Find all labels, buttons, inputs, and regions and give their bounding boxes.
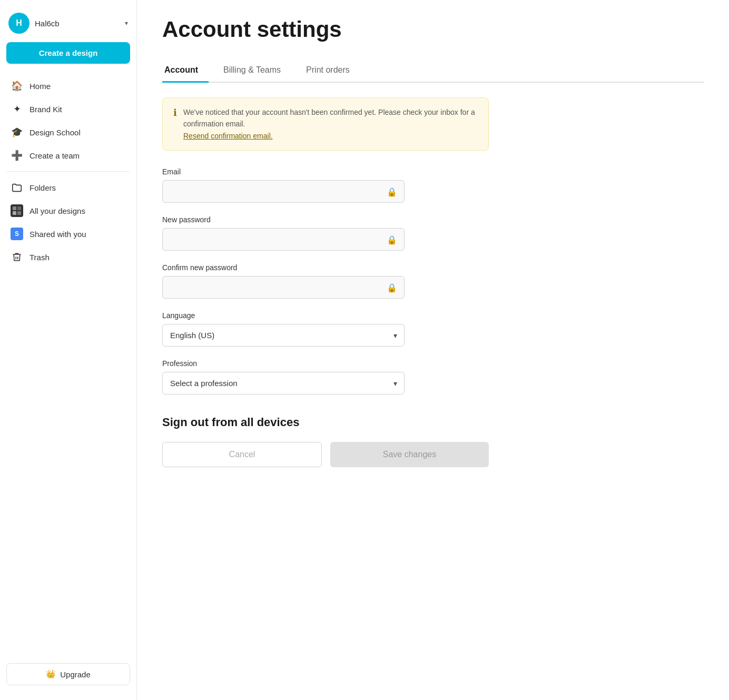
email-label: Email <box>162 167 405 176</box>
page-title: Account settings <box>162 17 704 42</box>
create-design-button[interactable]: Create a design <box>6 42 130 64</box>
svg-rect-3 <box>17 211 21 215</box>
action-buttons: Cancel Save changes <box>162 442 489 467</box>
folders-icon <box>11 181 23 194</box>
sidebar-item-label: Create a team <box>29 151 80 160</box>
svg-rect-1 <box>17 206 21 210</box>
profession-select-wrapper: Select a profession Designer Marketer St… <box>162 372 405 395</box>
sidebar-item-all-designs[interactable]: All your designs <box>4 199 132 222</box>
confirm-password-input-wrapper: 🔒 <box>162 276 405 299</box>
sidebar-item-label: Design School <box>29 128 81 137</box>
confirm-password-label: Confirm new password <box>162 263 405 272</box>
tab-account[interactable]: Account <box>162 59 209 83</box>
language-select-wrapper: English (US) English (UK) French German … <box>162 324 405 347</box>
confirm-password-input[interactable] <box>162 276 405 299</box>
tab-print[interactable]: Print orders <box>304 59 360 83</box>
profession-select[interactable]: Select a profession Designer Marketer St… <box>162 372 405 395</box>
upgrade-button[interactable]: 👑 Upgrade <box>6 663 130 685</box>
lock-icon-confirm: 🔒 <box>387 282 397 292</box>
shared-icon: S <box>11 228 23 240</box>
sidebar-item-label: All your designs <box>29 206 85 215</box>
alert-text: We've noticed that your account hasn't b… <box>183 106 478 142</box>
language-label: Language <box>162 311 405 320</box>
trash-icon <box>11 251 23 263</box>
upgrade-icon: 👑 <box>46 669 56 679</box>
brand-kit-icon: ✦ <box>11 103 23 115</box>
profession-group: Profession Select a profession Designer … <box>162 359 405 395</box>
cancel-button[interactable]: Cancel <box>162 442 322 467</box>
email-group: Email 🔒 <box>162 167 405 203</box>
new-password-input[interactable] <box>162 228 405 251</box>
create-team-icon: ➕ <box>11 149 23 162</box>
design-school-icon: 🎓 <box>11 126 23 139</box>
sidebar-item-brand-kit[interactable]: ✦ Brand Kit <box>4 97 132 121</box>
sidebar-item-label: Home <box>29 82 51 91</box>
info-icon: ℹ <box>173 107 177 142</box>
tab-billing[interactable]: Billing & Teams <box>221 59 291 83</box>
all-designs-icon <box>11 204 23 217</box>
new-password-label: New password <box>162 215 405 224</box>
confirm-password-group: Confirm new password 🔒 <box>162 263 405 299</box>
new-password-input-wrapper: 🔒 <box>162 228 405 251</box>
tabs: Account Billing & Teams Print orders <box>162 59 704 83</box>
primary-nav: 🏠 Home ✦ Brand Kit 🎓 Design School ➕ Cre… <box>0 74 136 167</box>
account-form: Email 🔒 New password 🔒 Confirm new passw… <box>162 167 405 395</box>
sidebar-item-home[interactable]: 🏠 Home <box>4 74 132 97</box>
user-menu[interactable]: H Hal6cb ▾ <box>0 8 136 42</box>
svg-rect-2 <box>13 211 16 215</box>
email-input[interactable] <box>162 180 405 203</box>
new-password-group: New password 🔒 <box>162 215 405 251</box>
sign-out-title: Sign out from all devices <box>162 416 489 429</box>
sidebar-item-folders[interactable]: Folders <box>4 176 132 199</box>
sign-out-section: Sign out from all devices Cancel Save ch… <box>162 416 489 467</box>
upgrade-label: Upgrade <box>60 670 91 679</box>
sidebar-item-trash[interactable]: Trash <box>4 245 132 269</box>
home-icon: 🏠 <box>11 80 23 92</box>
profession-label: Profession <box>162 359 405 368</box>
sidebar-item-design-school[interactable]: 🎓 Design School <box>4 121 132 144</box>
lock-icon: 🔒 <box>387 186 397 196</box>
sidebar-item-create-team[interactable]: ➕ Create a team <box>4 144 132 167</box>
sidebar: H Hal6cb ▾ Create a design 🏠 Home ✦ Bran… <box>0 0 137 700</box>
sidebar-item-label: Brand Kit <box>29 105 62 114</box>
avatar: H <box>8 13 29 34</box>
sidebar-item-label: Shared with you <box>29 230 86 239</box>
tools-nav: Folders All your designs S Shared with y… <box>0 176 136 269</box>
sidebar-footer: 👑 Upgrade <box>0 657 136 692</box>
email-input-wrapper: 🔒 <box>162 180 405 203</box>
username-label: Hal6cb <box>35 19 120 28</box>
alert-banner: ℹ We've noticed that your account hasn't… <box>162 97 489 151</box>
resend-confirmation-link[interactable]: Resend confirmation email. <box>183 132 273 140</box>
sidebar-item-label: Trash <box>29 253 50 262</box>
main-content: Account settings Account Billing & Teams… <box>137 0 729 700</box>
lock-icon-password: 🔒 <box>387 234 397 244</box>
chevron-down-icon: ▾ <box>125 19 128 27</box>
language-group: Language English (US) English (UK) Frenc… <box>162 311 405 347</box>
language-select[interactable]: English (US) English (UK) French German … <box>162 324 405 347</box>
sidebar-item-shared[interactable]: S Shared with you <box>4 222 132 245</box>
save-changes-button[interactable]: Save changes <box>330 442 489 467</box>
svg-rect-0 <box>13 206 16 210</box>
sidebar-item-label: Folders <box>29 183 56 192</box>
nav-divider <box>6 171 130 172</box>
